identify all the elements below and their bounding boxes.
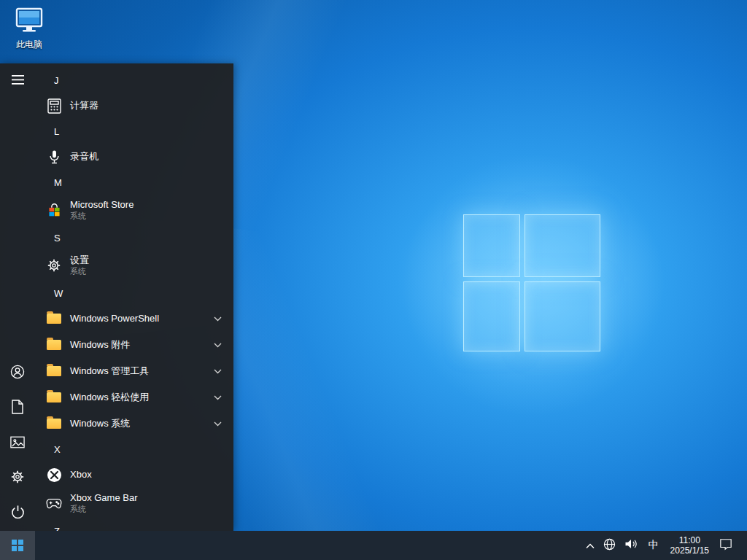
system-tray: 中 11:00 2025/1/15 [581,531,747,560]
gear-icon [44,256,63,275]
app-label: Windows 管理工具 [70,366,149,377]
chevron-down-icon [214,316,222,322]
network-button[interactable] [599,531,620,560]
folder-item-windows-admin-tools[interactable]: Windows 管理工具 [35,358,233,384]
folder-icon [44,309,63,328]
app-item-settings[interactable]: 设置 系统 [35,250,233,281]
folder-item-windows-accessories[interactable]: Windows 附件 [35,332,233,358]
calculator-icon [44,96,63,115]
app-item-microsoft-store[interactable]: Microsoft Store 系统 [35,195,233,225]
start-menu-rail [0,63,35,531]
settings-button[interactable] [0,461,35,496]
logo-pane [463,214,520,277]
clock-time: 11:00 [679,535,700,545]
app-item-voice-recorder[interactable]: 录音机 [35,144,233,170]
pictures-button[interactable] [0,426,35,461]
folder-item-windows-ease-of-access[interactable]: Windows 轻松使用 [35,384,233,411]
store-icon [44,201,63,219]
app-label: 设置 [70,255,89,266]
chevron-down-icon [214,395,222,400]
action-center-button[interactable] [715,531,737,560]
folder-item-windows-powershell[interactable]: Windows PowerShell [35,306,233,332]
desktop-icon-this-pc[interactable]: 此电脑 [5,7,53,51]
network-globe-icon [603,538,616,553]
gear-icon [10,470,25,487]
start-app-list: J 计算器 L [35,63,233,531]
app-label: 录音机 [70,152,98,163]
logo-pane [463,281,520,351]
action-center-icon [719,538,732,553]
gamepad-icon [44,494,63,513]
app-item-calculator[interactable]: 计算器 [35,93,233,119]
app-subtitle: 系统 [70,267,89,276]
pictures-icon [10,436,25,451]
chevron-down-icon [214,343,222,348]
folder-icon [44,388,63,407]
clock-date: 2025/1/15 [670,545,709,556]
app-label: Windows 附件 [70,340,130,351]
microphone-icon [44,147,63,166]
section-letter: M [54,177,62,188]
app-label: Windows PowerShell [70,314,159,324]
section-letter: S [54,233,61,244]
xbox-icon [44,465,63,484]
section-header-s[interactable]: S [35,225,233,250]
tray-chevron-up-button[interactable] [581,531,599,560]
chevron-up-icon [586,539,595,552]
chevron-down-icon [214,421,222,427]
start-button[interactable] [0,531,35,560]
logo-pane [525,214,600,277]
power-icon [11,505,25,522]
section-letter: J [54,75,59,86]
section-letter: W [54,288,63,299]
section-letter: X [54,444,61,455]
account-button[interactable] [0,356,35,391]
folder-icon [44,335,63,354]
section-header-l[interactable]: L [35,119,233,144]
app-item-xbox[interactable]: Xbox [35,462,233,488]
wallpaper-windows-logo [463,214,600,351]
logo-pane [525,281,600,351]
app-label: Xbox Game Bar [70,493,138,504]
section-header-m[interactable]: M [35,170,233,195]
app-subtitle: 系统 [70,211,133,221]
app-subtitle: 系统 [70,505,138,514]
section-header-x[interactable]: X [35,437,233,462]
folder-item-windows-system[interactable]: Windows 系统 [35,411,233,437]
account-icon [9,364,26,383]
windows-logo-icon [12,540,23,551]
hamburger-menu-icon [12,74,24,88]
section-header-z[interactable]: Z [35,518,233,531]
app-label: Microsoft Store [70,200,133,211]
volume-icon [624,538,638,553]
ime-indicator[interactable]: 中 [643,531,665,560]
chevron-down-icon [214,369,222,374]
taskbar: 中 11:00 2025/1/15 [0,531,747,560]
app-label: Xbox [70,470,92,481]
documents-icon [11,400,24,417]
volume-button[interactable] [620,531,643,560]
app-item-xbox-game-bar[interactable]: Xbox Game Bar 系统 [35,488,233,518]
clock[interactable]: 11:00 2025/1/15 [665,531,715,560]
section-letter: L [54,126,59,137]
desktop-icon-label: 此电脑 [5,39,53,51]
start-menu: J 计算器 L [0,63,233,531]
section-letter: Z [54,526,60,532]
section-header-w[interactable]: W [35,281,233,306]
folder-icon [44,414,63,433]
app-label: 计算器 [70,101,98,112]
expand-menu-button[interactable] [0,63,35,98]
folder-icon [44,362,63,381]
this-pc-icon [15,7,44,37]
documents-button[interactable] [0,391,35,426]
app-label: Windows 轻松使用 [70,392,149,403]
power-button[interactable] [0,496,35,531]
app-label: Windows 系统 [70,419,130,429]
section-header-j[interactable]: J [35,68,233,93]
